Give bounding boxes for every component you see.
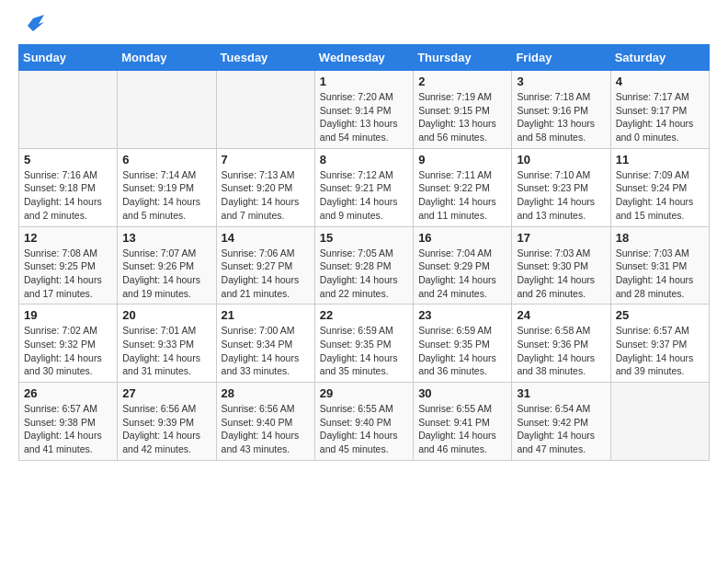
day-info: Sunrise: 7:03 AM Sunset: 9:31 PM Dayligh…: [616, 247, 704, 301]
calendar-cell: 8Sunrise: 7:12 AM Sunset: 9:21 PM Daylig…: [314, 148, 413, 226]
day-info: Sunrise: 7:05 AM Sunset: 9:28 PM Dayligh…: [320, 247, 408, 301]
day-number: 3: [517, 75, 605, 88]
day-number: 30: [418, 386, 506, 400]
calendar-cell: 22Sunrise: 6:59 AM Sunset: 9:35 PM Dayli…: [314, 304, 413, 383]
day-info: Sunrise: 6:55 AM Sunset: 9:41 PM Dayligh…: [418, 402, 506, 456]
day-info: Sunrise: 7:01 AM Sunset: 9:33 PM Dayligh…: [122, 324, 210, 378]
calendar-week-1: 1Sunrise: 7:20 AM Sunset: 9:14 PM Daylig…: [19, 71, 710, 149]
day-info: Sunrise: 7:14 AM Sunset: 9:19 PM Dayligh…: [122, 168, 210, 223]
day-info: Sunrise: 7:07 AM Sunset: 9:26 PM Dayligh…: [122, 247, 210, 301]
weekday-header-wednesday: Wednesday: [314, 45, 413, 71]
calendar-cell: 14Sunrise: 7:06 AM Sunset: 9:27 PM Dayli…: [216, 226, 314, 304]
calendar-cell: [610, 383, 709, 461]
logo: [18, 15, 44, 37]
day-number: 5: [24, 153, 112, 167]
weekday-header-tuesday: Tuesday: [216, 45, 314, 71]
day-info: Sunrise: 6:57 AM Sunset: 9:38 PM Dayligh…: [24, 402, 112, 456]
day-info: Sunrise: 7:00 AM Sunset: 9:34 PM Dayligh…: [222, 324, 310, 378]
day-info: Sunrise: 7:09 AM Sunset: 9:24 PM Dayligh…: [616, 168, 704, 223]
day-info: Sunrise: 7:08 AM Sunset: 9:25 PM Dayligh…: [24, 247, 112, 301]
calendar-week-5: 26Sunrise: 6:57 AM Sunset: 9:38 PM Dayli…: [19, 383, 710, 461]
calendar-cell: [19, 71, 118, 149]
calendar-cell: 18Sunrise: 7:03 AM Sunset: 9:31 PM Dayli…: [610, 226, 709, 304]
day-info: Sunrise: 6:55 AM Sunset: 9:40 PM Dayligh…: [320, 402, 408, 456]
day-number: 14: [222, 231, 310, 245]
calendar-cell: 15Sunrise: 7:05 AM Sunset: 9:28 PM Dayli…: [314, 226, 413, 304]
calendar-cell: 3Sunrise: 7:18 AM Sunset: 9:16 PM Daylig…: [512, 71, 610, 149]
day-info: Sunrise: 7:03 AM Sunset: 9:30 PM Dayligh…: [517, 247, 605, 301]
calendar-cell: 4Sunrise: 7:17 AM Sunset: 9:17 PM Daylig…: [610, 71, 709, 149]
day-number: 15: [320, 231, 408, 245]
day-number: 17: [517, 231, 605, 245]
day-info: Sunrise: 7:13 AM Sunset: 9:20 PM Dayligh…: [222, 168, 310, 223]
day-info: Sunrise: 6:57 AM Sunset: 9:37 PM Dayligh…: [616, 324, 704, 378]
calendar-cell: 25Sunrise: 6:57 AM Sunset: 9:37 PM Dayli…: [610, 304, 709, 383]
day-info: Sunrise: 7:10 AM Sunset: 9:23 PM Dayligh…: [517, 168, 605, 223]
day-number: 1: [320, 75, 408, 88]
weekday-header-row: SundayMondayTuesdayWednesdayThursdayFrid…: [19, 45, 710, 71]
day-number: 13: [122, 231, 210, 245]
weekday-header-monday: Monday: [118, 45, 216, 71]
day-number: 16: [418, 231, 506, 245]
svg-marker-0: [28, 15, 44, 31]
calendar-cell: 27Sunrise: 6:56 AM Sunset: 9:39 PM Dayli…: [118, 383, 216, 461]
calendar-cell: 2Sunrise: 7:19 AM Sunset: 9:15 PM Daylig…: [414, 71, 512, 149]
calendar-week-3: 12Sunrise: 7:08 AM Sunset: 9:25 PM Dayli…: [19, 226, 710, 304]
calendar-cell: 28Sunrise: 6:56 AM Sunset: 9:40 PM Dayli…: [216, 383, 314, 461]
day-number: 11: [616, 153, 704, 167]
day-info: Sunrise: 6:56 AM Sunset: 9:39 PM Dayligh…: [122, 402, 210, 456]
day-number: 31: [517, 386, 605, 400]
calendar-cell: 6Sunrise: 7:14 AM Sunset: 9:19 PM Daylig…: [118, 148, 216, 226]
day-info: Sunrise: 7:12 AM Sunset: 9:21 PM Dayligh…: [320, 168, 408, 223]
page-container: SundayMondayTuesdayWednesdayThursdayFrid…: [0, 0, 728, 476]
day-info: Sunrise: 7:20 AM Sunset: 9:14 PM Dayligh…: [320, 90, 408, 144]
day-number: 7: [222, 153, 310, 167]
calendar-cell: 20Sunrise: 7:01 AM Sunset: 9:33 PM Dayli…: [118, 304, 216, 383]
header: [18, 15, 710, 37]
calendar-cell: 1Sunrise: 7:20 AM Sunset: 9:14 PM Daylig…: [314, 71, 413, 149]
day-number: 19: [24, 308, 112, 322]
day-number: 21: [222, 308, 310, 322]
day-number: 23: [418, 308, 506, 322]
day-info: Sunrise: 7:11 AM Sunset: 9:22 PM Dayligh…: [418, 168, 506, 223]
day-number: 10: [517, 153, 605, 167]
day-info: Sunrise: 6:58 AM Sunset: 9:36 PM Dayligh…: [517, 324, 605, 378]
calendar-week-4: 19Sunrise: 7:02 AM Sunset: 9:32 PM Dayli…: [19, 304, 710, 383]
day-info: Sunrise: 7:18 AM Sunset: 9:16 PM Dayligh…: [517, 90, 605, 144]
logo-bird-icon: [20, 15, 44, 35]
calendar-cell: 29Sunrise: 6:55 AM Sunset: 9:40 PM Dayli…: [314, 383, 413, 461]
calendar-cell: 5Sunrise: 7:16 AM Sunset: 9:18 PM Daylig…: [19, 148, 118, 226]
calendar-cell: 7Sunrise: 7:13 AM Sunset: 9:20 PM Daylig…: [216, 148, 314, 226]
calendar-cell: 12Sunrise: 7:08 AM Sunset: 9:25 PM Dayli…: [19, 226, 118, 304]
calendar-cell: 24Sunrise: 6:58 AM Sunset: 9:36 PM Dayli…: [512, 304, 610, 383]
day-info: Sunrise: 6:59 AM Sunset: 9:35 PM Dayligh…: [418, 324, 506, 378]
calendar-cell: 19Sunrise: 7:02 AM Sunset: 9:32 PM Dayli…: [19, 304, 118, 383]
day-info: Sunrise: 7:06 AM Sunset: 9:27 PM Dayligh…: [222, 247, 310, 301]
day-number: 12: [24, 231, 112, 245]
calendar-table: SundayMondayTuesdayWednesdayThursdayFrid…: [18, 44, 710, 461]
calendar-cell: 23Sunrise: 6:59 AM Sunset: 9:35 PM Dayli…: [414, 304, 512, 383]
day-number: 9: [418, 153, 506, 167]
day-info: Sunrise: 7:16 AM Sunset: 9:18 PM Dayligh…: [24, 168, 112, 223]
calendar-cell: [118, 71, 216, 149]
calendar-cell: 11Sunrise: 7:09 AM Sunset: 9:24 PM Dayli…: [610, 148, 709, 226]
weekday-header-saturday: Saturday: [610, 45, 709, 71]
weekday-header-friday: Friday: [512, 45, 610, 71]
logo-text-group: [18, 15, 44, 37]
calendar-cell: [216, 71, 314, 149]
day-number: 22: [320, 308, 408, 322]
calendar-cell: 21Sunrise: 7:00 AM Sunset: 9:34 PM Dayli…: [216, 304, 314, 383]
day-number: 18: [616, 231, 704, 245]
day-number: 25: [616, 308, 704, 322]
day-info: Sunrise: 7:19 AM Sunset: 9:15 PM Dayligh…: [418, 90, 506, 144]
calendar-cell: 10Sunrise: 7:10 AM Sunset: 9:23 PM Dayli…: [512, 148, 610, 226]
calendar-cell: 13Sunrise: 7:07 AM Sunset: 9:26 PM Dayli…: [118, 226, 216, 304]
day-number: 27: [122, 386, 210, 400]
calendar-cell: 31Sunrise: 6:54 AM Sunset: 9:42 PM Dayli…: [512, 383, 610, 461]
day-number: 28: [222, 386, 310, 400]
day-number: 6: [122, 153, 210, 167]
day-number: 24: [517, 308, 605, 322]
weekday-header-sunday: Sunday: [19, 45, 118, 71]
calendar-cell: 30Sunrise: 6:55 AM Sunset: 9:41 PM Dayli…: [414, 383, 512, 461]
day-number: 29: [320, 386, 408, 400]
